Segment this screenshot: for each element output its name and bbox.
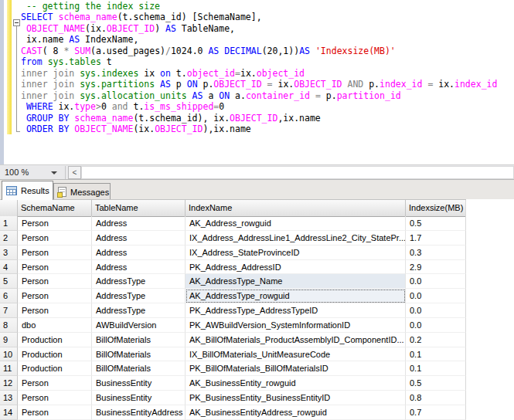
- scroll-left-button[interactable]: <: [68, 166, 81, 179]
- column-header-indexname[interactable]: IndexName: [186, 200, 406, 217]
- cell-tablename[interactable]: AddressType: [92, 289, 186, 303]
- row-number-cell[interactable]: 8: [0, 318, 18, 333]
- row-number-cell[interactable]: 14: [0, 405, 18, 420]
- cell-indexname[interactable]: PK_AWBuildVersion_SystemInformationID: [186, 318, 406, 333]
- cell-schemaname[interactable]: Person: [18, 289, 92, 303]
- cell-schemaname[interactable]: Person: [18, 303, 92, 318]
- column-header-schemaname[interactable]: SchemaName: [18, 200, 92, 217]
- cell-tablename[interactable]: BillOfMaterials: [92, 347, 186, 362]
- cell-indexname[interactable]: AK_BillOfMaterials_ProductAssemblyID_Com…: [186, 333, 406, 347]
- column-header-tablename[interactable]: TableName: [92, 200, 186, 217]
- cell-indexsize[interactable]: 0.8: [406, 391, 466, 405]
- cell-indexname[interactable]: AK_BusinessEntityAddress_rowguid: [186, 405, 406, 420]
- horizontal-scrollbar-track[interactable]: [81, 166, 514, 179]
- code-line[interactable]: inner join sys.indexes ix on t.object_id…: [21, 68, 514, 79]
- cell-indexname[interactable]: PK_BillOfMaterials_BillOfMaterialsID: [186, 361, 406, 376]
- cell-indexname[interactable]: PK_BusinessEntity_BusinessEntityID: [186, 391, 406, 405]
- cell-schemaname[interactable]: Person: [18, 246, 92, 260]
- code-line[interactable]: ORDER BY OBJECT_NAME(ix.OBJECT_ID),ix.na…: [21, 124, 514, 134]
- row-number-cell[interactable]: 1: [0, 216, 18, 231]
- code-line[interactable]: -- getting the index size: [21, 1, 514, 12]
- cell-tablename[interactable]: Address: [92, 260, 186, 275]
- cell-tablename[interactable]: BusinessEntity: [92, 376, 186, 391]
- cell-indexsize[interactable]: 0.0: [406, 289, 466, 303]
- row-number-cell[interactable]: 11: [0, 361, 18, 376]
- cell-indexname[interactable]: PK_AddressType_AddressTypeID: [186, 303, 406, 318]
- cell-schemaname[interactable]: Production: [18, 333, 92, 347]
- code-line[interactable]: inner join sys.partitions AS p ON p.OBJE…: [21, 79, 514, 90]
- cell-indexsize[interactable]: 0.3: [406, 246, 466, 260]
- sql-code-lines[interactable]: -- getting the index sizeSELECT schema_n…: [21, 1, 514, 164]
- column-header-indexsize[interactable]: Indexsize(MB): [406, 200, 466, 217]
- cell-schemaname[interactable]: Person: [18, 274, 92, 289]
- code-collapse-icon[interactable]: [13, 19, 20, 26]
- row-number-cell[interactable]: 12: [0, 376, 18, 391]
- cell-indexsize[interactable]: 0.1: [406, 347, 466, 362]
- cell-tablename[interactable]: BusinessEntity: [92, 391, 186, 405]
- cell-indexname[interactable]: IX_Address_StateProvinceID: [186, 246, 406, 260]
- cell-indexsize[interactable]: 0.7: [406, 405, 466, 420]
- cell-tablename[interactable]: BillOfMaterials: [92, 361, 186, 376]
- cell-schemaname[interactable]: Person: [18, 231, 92, 246]
- code-line[interactable]: inner join sys.allocation_units AS a ON …: [21, 90, 514, 101]
- cell-tablename[interactable]: AddressType: [92, 274, 186, 289]
- cell-schemaname[interactable]: dbo: [18, 318, 92, 333]
- row-number-cell[interactable]: 9: [0, 333, 18, 347]
- corner-header-cell[interactable]: [0, 200, 18, 217]
- code-line[interactable]: WHERE ix.type>0 and t.is_ms_shipped=0: [21, 101, 514, 112]
- row-number-cell[interactable]: 7: [0, 303, 18, 318]
- table-row: 14PersonBusinessEntityAddressAK_Business…: [0, 405, 466, 420]
- row-number-cell[interactable]: 10: [0, 347, 18, 362]
- sql-editor-pane[interactable]: -- getting the index sizeSELECT schema_n…: [0, 0, 514, 164]
- cell-indexsize[interactable]: 0.5: [406, 216, 466, 231]
- tab-messages[interactable]: Messages: [53, 183, 111, 200]
- cell-indexsize[interactable]: 0.1: [406, 361, 466, 376]
- cell-indexsize[interactable]: 0.0: [406, 303, 466, 318]
- row-number-cell[interactable]: 4: [0, 260, 18, 275]
- code-line[interactable]: ix.name AS IndexName,: [21, 34, 514, 45]
- cell-indexname[interactable]: IX_BillOfMaterials_UnitMeasureCode: [186, 347, 406, 362]
- row-number-cell[interactable]: 2: [0, 231, 18, 246]
- cell-indexsize[interactable]: 0.2: [406, 333, 466, 347]
- cell-indexsize[interactable]: 2.9: [406, 260, 466, 275]
- row-number-cell[interactable]: 6: [0, 289, 18, 303]
- code-line[interactable]: CAST( 8 * SUM(a.used_pages)/1024.0 AS DE…: [21, 46, 514, 56]
- cell-tablename[interactable]: Address: [92, 216, 186, 231]
- cell-tablename[interactable]: AWBuildVersion: [92, 318, 186, 333]
- cell-schemaname[interactable]: Production: [18, 347, 92, 362]
- cell-schemaname[interactable]: Person: [18, 405, 92, 420]
- cell-indexsize[interactable]: 1.7: [406, 231, 466, 246]
- cell-tablename[interactable]: Address: [92, 231, 186, 246]
- cell-schemaname[interactable]: Person: [18, 376, 92, 391]
- cell-indexname[interactable]: AK_Address_rowguid: [186, 216, 406, 231]
- cell-schemaname[interactable]: Production: [18, 361, 92, 376]
- code-line[interactable]: from sys.tables t: [21, 56, 514, 67]
- tab-results[interactable]: Results: [2, 181, 53, 200]
- cell-schemaname[interactable]: Person: [18, 260, 92, 275]
- cell-tablename[interactable]: BillOfMaterials: [92, 333, 186, 347]
- row-number-cell[interactable]: 5: [0, 274, 18, 289]
- cell-indexname[interactable]: IX_Address_AddressLine1_AddressLine2_Cit…: [186, 231, 406, 246]
- code-line[interactable]: GROUP BY schema_name(t.schema_id), ix.OB…: [21, 113, 514, 124]
- cell-tablename[interactable]: Address: [92, 246, 186, 260]
- cell-indexsize[interactable]: 0.0: [406, 318, 466, 333]
- row-number-cell[interactable]: 3: [0, 246, 18, 260]
- code-line[interactable]: OBJECT_NAME(ix.OBJECT_ID) AS TableName,: [21, 23, 514, 34]
- zoom-level-select[interactable]: 100 %: [0, 165, 65, 179]
- tab-messages-label: Messages: [70, 188, 109, 197]
- cell-indexname[interactable]: AK_AddressType_rowguid: [186, 289, 406, 303]
- ssms-query-window: -- getting the index sizeSELECT schema_n…: [0, 0, 514, 420]
- cell-indexname[interactable]: PK_Address_AddressID: [186, 260, 406, 275]
- cell-indexname[interactable]: AK_BusinessEntity_rowguid: [186, 376, 406, 391]
- row-number-cell[interactable]: 13: [0, 391, 18, 405]
- cell-indexname[interactable]: AK_AddressType_Name: [186, 274, 406, 289]
- cell-tablename[interactable]: AddressType: [92, 303, 186, 318]
- cell-indexsize[interactable]: 0.0: [406, 274, 466, 289]
- cell-indexsize[interactable]: 0.5: [406, 376, 466, 391]
- cell-schemaname[interactable]: Person: [18, 216, 92, 231]
- code-line[interactable]: SELECT schema_name(t.schema_id) [SchemaN…: [21, 12, 514, 22]
- zoom-level-value: 100 %: [5, 165, 29, 179]
- cell-schemaname[interactable]: Person: [18, 391, 92, 405]
- cell-tablename[interactable]: BusinessEntityAddress: [92, 405, 186, 420]
- table-row: 12PersonBusinessEntityAK_BusinessEntity_…: [0, 376, 466, 391]
